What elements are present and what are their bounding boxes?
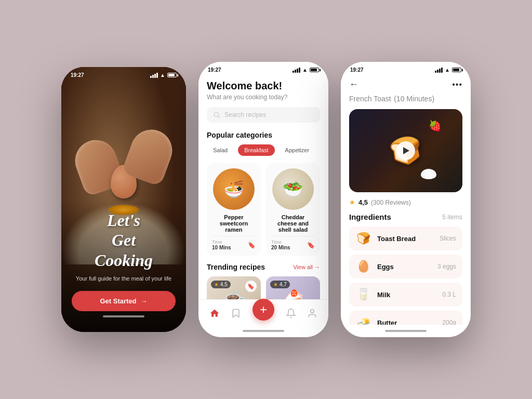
- phone3-content: 19:27 ▲ ← •••: [341, 62, 471, 337]
- home-indicator: [72, 311, 176, 322]
- signal-icon: [435, 68, 443, 73]
- battery-icon: [310, 68, 319, 72]
- arrow-icon: →: [141, 297, 148, 305]
- trending-rating-1: ★ 4,5: [211, 281, 231, 288]
- splash-text-area: Let's Get Cooking Your full guide for th…: [61, 200, 186, 332]
- ingredient-name: Butter: [377, 319, 436, 325]
- ingredient-name: Milk: [377, 291, 436, 299]
- category-appetizer[interactable]: Appetizer: [279, 144, 315, 156]
- view-all-button[interactable]: View all →: [293, 264, 320, 270]
- status-icons: ▲: [435, 67, 461, 73]
- recipe-card-salad[interactable]: 🥗 Cheddar cheese and shell salad Time 20…: [266, 163, 320, 256]
- ingredients-header: Ingredients 5 items: [349, 212, 462, 221]
- wifi-icon: ▲: [302, 67, 308, 73]
- time-display: 19:27: [350, 67, 364, 73]
- bottom-nav: +: [198, 299, 328, 325]
- status-bar-phone2: 19:27 ▲: [198, 62, 328, 75]
- rating-count: (300 Reviews): [371, 199, 411, 206]
- trending-rating-2: ★ 4,7: [270, 281, 290, 288]
- ingredient-qty: 3 eggs: [437, 263, 456, 270]
- cream-image: [421, 169, 436, 179]
- ingredient-butter: 🧈 Butter 200g: [349, 311, 462, 325]
- star-icon: ★: [349, 198, 355, 206]
- recipe-meta-salad: Time 20 Mins 🔖: [271, 236, 315, 250]
- splash-title: Let's Get Cooking: [72, 210, 176, 270]
- trending-card-2[interactable]: 🍰 ★ 4,7: [266, 276, 320, 299]
- more-button[interactable]: •••: [452, 80, 462, 89]
- status-icons: ▲: [292, 67, 319, 73]
- ingredient-name: Toast Bread: [377, 235, 433, 243]
- search-icon: [213, 111, 220, 118]
- trending-cards: ☕ ★ 4,5 🔖 🍰 ★ 4,7: [207, 276, 320, 299]
- ingredient-name: Eggs: [377, 263, 431, 271]
- milk-icon: 🥛: [355, 288, 371, 301]
- status-bar-phone3: 19:27 ▲: [341, 62, 471, 75]
- eggs-icon: 🥚: [355, 260, 371, 273]
- recipe-card-ramen[interactable]: 🍜 Pepper sweetcorn ramen Time 10 Mins 🔖: [207, 163, 261, 256]
- detail-header: ← •••: [341, 75, 471, 92]
- category-noodle[interactable]: Noodle: [320, 144, 320, 156]
- svg-point-2: [311, 310, 314, 313]
- recipe-cards-row: 🍜 Pepper sweetcorn ramen Time 10 Mins 🔖: [207, 163, 320, 256]
- categories-row: Salad Breakfast Appetizer Noodle Lun...: [207, 144, 320, 156]
- trending-section-title: Trending recipes: [207, 263, 265, 271]
- detail-inner: French Toast (10 Minutes) 🍞 🍓: [341, 92, 471, 325]
- bookmark-icon[interactable]: 🔖: [307, 242, 315, 249]
- phone2-inner: Welcome back! What are you cooking today…: [198, 75, 328, 299]
- phone-home: 19:27 ▲ Welcome back! W: [198, 62, 328, 337]
- signal-icon: [150, 73, 158, 78]
- category-breakfast[interactable]: Breakfast: [238, 144, 274, 156]
- salad-image: 🥗: [272, 168, 314, 210]
- nav-profile[interactable]: [307, 308, 317, 318]
- trending-card-1[interactable]: ☕ ★ 4,5 🔖: [207, 276, 261, 299]
- ingredients-count: 5 items: [442, 214, 462, 221]
- ingredient-qty: Slices: [440, 235, 456, 242]
- home-indicator: [198, 325, 328, 337]
- recipe-title: French Toast (10 Minutes): [349, 92, 462, 104]
- phone2-content: 19:27 ▲ Welcome back! W: [198, 62, 328, 337]
- ramen-image: 🍜: [213, 168, 255, 210]
- nav-bookmark[interactable]: [231, 308, 241, 318]
- recipe-name-salad: Cheddar cheese and shell salad: [271, 214, 315, 233]
- ingredient-milk: 🥛 Milk 0.3 L: [349, 283, 462, 307]
- svg-point-0: [214, 112, 218, 116]
- back-button[interactable]: ←: [349, 79, 358, 90]
- nav-bell[interactable]: [286, 308, 296, 318]
- status-icons: ▲: [150, 72, 177, 78]
- recipe-meta-ramen: Time 10 Mins 🔖: [212, 236, 256, 250]
- nav-home[interactable]: [209, 308, 220, 318]
- search-placeholder: Search recipes: [224, 111, 266, 118]
- recipe-hero-image: 🍞 🍓: [349, 109, 462, 192]
- time-display: 19:27: [208, 67, 221, 73]
- wifi-icon: ▲: [445, 67, 450, 73]
- play-button[interactable]: [396, 141, 415, 160]
- get-started-button[interactable]: Get Started →: [72, 291, 176, 311]
- trending-header: Trending recipes View all →: [207, 263, 320, 271]
- rating-row: ★ 4,5 (300 Reviews): [349, 198, 462, 206]
- home-indicator: [341, 325, 471, 337]
- ingredient-qty: 0.3 L: [442, 291, 456, 298]
- signal-icon: [292, 68, 300, 73]
- ingredient-qty: 200g: [442, 319, 456, 325]
- bookmark-icon[interactable]: 🔖: [248, 242, 256, 249]
- phone-splash: 19:27 ▲ Let's Get Cooking Y: [61, 67, 186, 332]
- status-bar-phone1: 19:27 ▲: [61, 67, 186, 80]
- ingredient-toast-bread: 🍞 Toast Bread Slices: [349, 227, 462, 250]
- search-bar[interactable]: Search recipes: [207, 107, 320, 123]
- recipe-name-ramen: Pepper sweetcorn ramen: [212, 214, 256, 233]
- welcome-subtitle: What are you cooking today?: [207, 94, 320, 101]
- toast-bread-icon: 🍞: [355, 232, 371, 245]
- phones-container: 19:27 ▲ Let's Get Cooking Y: [61, 62, 471, 337]
- strawberry-image: 🍓: [429, 119, 442, 132]
- splash-subtitle: Your full guide for the meal of your lif…: [72, 275, 176, 282]
- welcome-title: Welcome back!: [207, 80, 320, 92]
- category-salad[interactable]: Salad: [207, 144, 234, 156]
- svg-line-1: [218, 116, 220, 118]
- nav-add-button[interactable]: +: [252, 299, 274, 321]
- wifi-icon: ▲: [160, 72, 165, 78]
- ingredient-eggs: 🥚 Eggs 3 eggs: [349, 255, 462, 278]
- ingredients-title: Ingredients: [349, 212, 391, 221]
- phone-detail: 19:27 ▲ ← •••: [341, 62, 471, 337]
- rating-value: 4,5: [358, 198, 368, 206]
- trending-bookmark-1[interactable]: 🔖: [245, 281, 257, 292]
